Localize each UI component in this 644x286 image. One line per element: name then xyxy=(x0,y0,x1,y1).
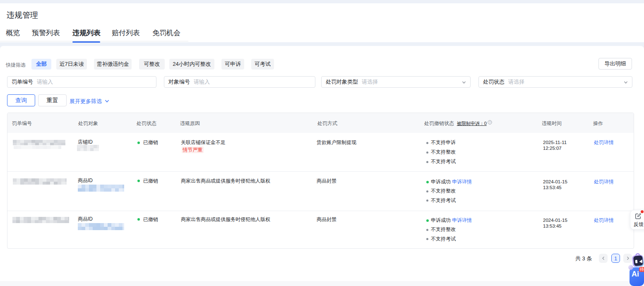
svg-text:?: ? xyxy=(489,121,491,124)
